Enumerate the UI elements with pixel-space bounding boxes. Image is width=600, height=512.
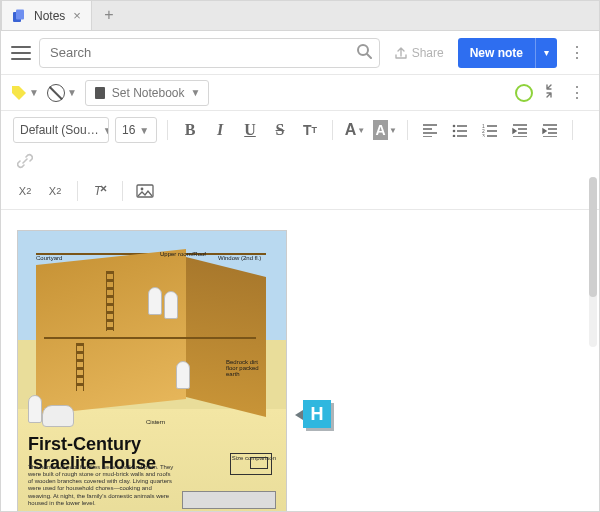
svg-rect-1 bbox=[16, 9, 24, 19]
image-diagram-box bbox=[230, 453, 272, 475]
app-icon bbox=[12, 9, 26, 23]
image-floorplan bbox=[182, 483, 276, 509]
underline-button[interactable]: U bbox=[238, 118, 262, 142]
format-toolbar: Default (Sou…▼ 16▼ B I U S TT A▼ A▼ 123 … bbox=[1, 111, 599, 210]
no-tag-icon bbox=[47, 84, 65, 102]
font-family-select[interactable]: Default (Sou…▼ bbox=[13, 117, 109, 143]
font-family-label: Default (Sou… bbox=[20, 123, 99, 137]
sync-status-icon[interactable] bbox=[515, 84, 533, 102]
tab-strip: Notes × + bbox=[1, 1, 599, 31]
top-toolbar: Share New note ▾ ⋮ bbox=[1, 31, 599, 75]
superscript-button[interactable]: X2 bbox=[43, 179, 67, 203]
svg-text:3: 3 bbox=[482, 133, 485, 137]
share-button[interactable]: Share bbox=[388, 46, 450, 60]
chevron-down-icon: ▼ bbox=[29, 87, 39, 98]
tag-color-picker[interactable]: ▼ bbox=[11, 85, 39, 101]
new-note-button[interactable]: New note bbox=[458, 38, 535, 68]
search-field-wrap bbox=[39, 38, 380, 68]
subscript-button[interactable]: X2 bbox=[13, 179, 37, 203]
set-notebook-button[interactable]: Set Notebook ▼ bbox=[85, 80, 210, 106]
embedded-image[interactable]: Courtyard Upper room/Roof Window (2nd fl… bbox=[17, 230, 287, 512]
collapse-icon[interactable] bbox=[541, 83, 557, 102]
tab-notes[interactable]: Notes × bbox=[1, 0, 92, 30]
image-callout: Cistern bbox=[146, 419, 165, 425]
svg-point-7 bbox=[453, 135, 456, 137]
menu-icon[interactable] bbox=[11, 43, 31, 63]
separator bbox=[407, 120, 408, 140]
new-note-label: New note bbox=[470, 46, 523, 60]
chevron-down-icon: ▼ bbox=[67, 87, 77, 98]
separator bbox=[77, 181, 78, 201]
editor-canvas[interactable]: Courtyard Upper room/Roof Window (2nd fl… bbox=[1, 210, 599, 512]
search-icon[interactable] bbox=[356, 43, 372, 63]
italic-button[interactable]: I bbox=[208, 118, 232, 142]
svg-point-5 bbox=[453, 125, 456, 128]
notebook-icon bbox=[94, 86, 106, 100]
image-callout: Bedrock dirt floor packed earth bbox=[226, 359, 268, 377]
font-size-select[interactable]: 16▼ bbox=[115, 117, 157, 143]
separator bbox=[332, 120, 333, 140]
separator bbox=[572, 120, 573, 140]
indent-button[interactable] bbox=[538, 118, 562, 142]
note-overflow-menu-icon[interactable]: ⋮ bbox=[565, 83, 589, 102]
svg-line-3 bbox=[367, 54, 371, 58]
new-note-button-group: New note ▾ bbox=[458, 38, 557, 68]
annotation-marker[interactable]: H bbox=[303, 400, 337, 434]
tab-close-icon[interactable]: × bbox=[73, 9, 81, 22]
share-icon bbox=[394, 46, 408, 60]
image-caption: The homes of poor families were small an… bbox=[28, 464, 176, 507]
separator bbox=[122, 181, 123, 201]
clear-formatting-button[interactable]: T bbox=[88, 179, 112, 203]
bold-button[interactable]: B bbox=[178, 118, 202, 142]
outdent-button[interactable] bbox=[508, 118, 532, 142]
font-size-label: 16 bbox=[122, 123, 135, 137]
scrollbar-thumb[interactable] bbox=[589, 177, 597, 297]
svg-point-6 bbox=[453, 130, 456, 133]
text-size-button[interactable]: TT bbox=[298, 118, 322, 142]
image-callout: Courtyard bbox=[36, 255, 62, 261]
vertical-scrollbar[interactable] bbox=[589, 177, 597, 347]
strikethrough-button[interactable]: S bbox=[268, 118, 292, 142]
svg-rect-4 bbox=[95, 87, 105, 99]
meta-toolbar: ▼ ▼ Set Notebook ▼ ⋮ bbox=[1, 75, 599, 111]
annotation-letter: H bbox=[311, 404, 324, 425]
insert-image-button[interactable] bbox=[133, 179, 157, 203]
new-note-dropdown[interactable]: ▾ bbox=[535, 38, 557, 68]
bullet-list-button[interactable] bbox=[448, 118, 472, 142]
tab-title: Notes bbox=[34, 9, 65, 23]
align-left-button[interactable] bbox=[418, 118, 442, 142]
insert-link-button[interactable] bbox=[13, 149, 37, 173]
search-input[interactable] bbox=[39, 38, 380, 68]
highlight-color-button[interactable]: A▼ bbox=[373, 118, 397, 142]
new-tab-button[interactable]: + bbox=[92, 0, 126, 30]
overflow-menu-icon[interactable]: ⋮ bbox=[565, 43, 589, 62]
svg-point-15 bbox=[141, 188, 144, 191]
image-callout: Upper room/Roof bbox=[160, 251, 206, 257]
numbered-list-button[interactable]: 123 bbox=[478, 118, 502, 142]
share-label: Share bbox=[412, 46, 444, 60]
image-callout: Window (2nd fl.) bbox=[218, 255, 261, 261]
chevron-down-icon: ▼ bbox=[191, 87, 201, 98]
tag-icon bbox=[11, 85, 27, 101]
notebook-label: Set Notebook bbox=[112, 86, 185, 100]
annotation-arrow-icon bbox=[295, 410, 303, 420]
no-tag-button[interactable]: ▼ bbox=[47, 84, 77, 102]
text-color-button[interactable]: A▼ bbox=[343, 118, 367, 142]
separator bbox=[167, 120, 168, 140]
